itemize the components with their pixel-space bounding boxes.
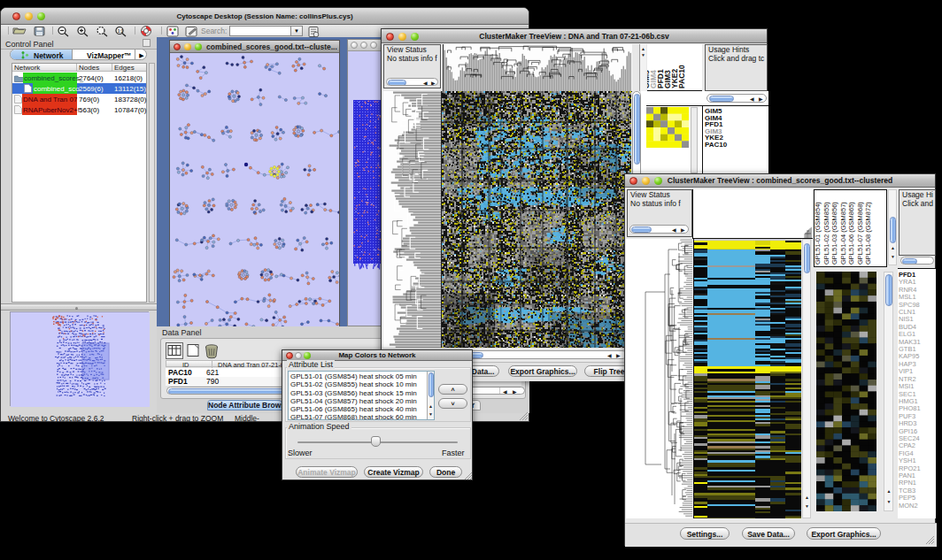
- svg-text:GPL51-04 (GSM857): GPL51-04 (GSM857): [839, 202, 847, 265]
- svg-text:PAC10: PAC10: [677, 65, 686, 88]
- svg-text:GPL51-06 (GSM865): GPL51-06 (GSM865): [847, 202, 855, 265]
- svg-text:1:1: 1:1: [118, 29, 124, 34]
- svg-text:GPL51-01 (GSM854): GPL51-01 (GSM854): [815, 202, 822, 265]
- svg-text:GPL51-08 (GSM872): GPL51-08 (GSM872): [864, 202, 872, 265]
- svg-text:GPL51-07 (GSM868): GPL51-07 (GSM868): [856, 202, 864, 265]
- svg-text:GPL51-02 (GSM855): GPL51-02 (GSM855): [822, 202, 830, 265]
- svg-text:GPL51-03 (GSM856): GPL51-03 (GSM856): [830, 202, 838, 265]
